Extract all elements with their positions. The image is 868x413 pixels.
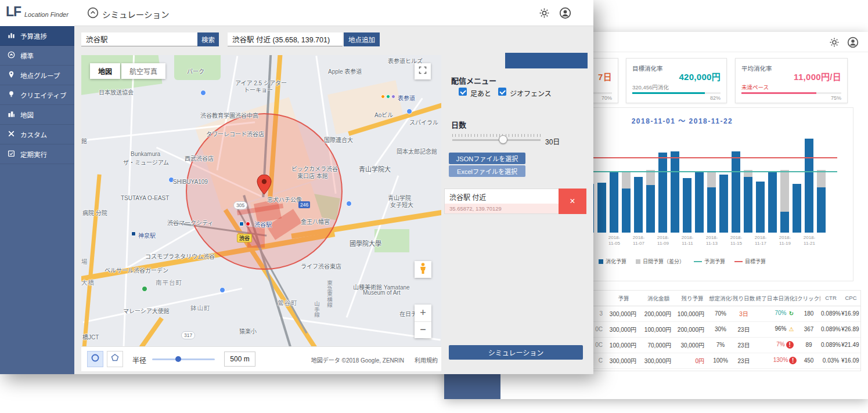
map-label: 忠犬ハチ公像 [267, 195, 302, 204]
sidebar-item-standard[interactable]: 標準 [0, 46, 74, 66]
map-label: 青山学院大 [359, 164, 391, 173]
chart-bar [683, 178, 691, 233]
chart-bar [707, 171, 716, 233]
zoom-in-button[interactable]: + [415, 305, 431, 322]
legend-label: 日間予算（差分） [643, 258, 685, 265]
map-label: 東急東横線 [325, 280, 333, 308]
account-person-icon[interactable] [847, 37, 859, 50]
settings-gear-icon[interactable] [829, 37, 840, 50]
days-slider[interactable] [452, 139, 541, 141]
cell-spent: 70,000円 [641, 337, 676, 353]
cell-cpc: ¥16.09 [841, 353, 860, 368]
map-label: 館 [81, 136, 87, 145]
map-type-satellite-button[interactable]: 航空写真 [121, 63, 165, 79]
cell-rate: 100% [709, 353, 732, 368]
chart-line-target [554, 157, 837, 158]
cell-rate: 7% [709, 337, 732, 353]
chart-bar [744, 170, 752, 233]
radius-value-field[interactable]: 500 m [224, 352, 255, 367]
content-area: 日本放送協会パークアイア 2.5 シアタートーキョーApple 表参道表参道ヒル… [74, 52, 593, 374]
polygon-draw-tool[interactable] [107, 351, 123, 367]
legend-item: 予測予算 [694, 258, 725, 265]
footprint-checkbox-label: 足あと [470, 88, 491, 98]
column-header: 終了日 [755, 291, 773, 306]
map-label: 山手線 [312, 301, 320, 318]
select-excel-file-button[interactable]: Excelファイルを選択 [449, 165, 525, 177]
pace-value: 70% [775, 310, 786, 316]
cell-budget: 300,000円 [606, 353, 641, 368]
keyword-input[interactable] [81, 32, 197, 46]
circle-draw-tool[interactable] [87, 351, 103, 367]
geofence-checkbox-label: ジオフェンス [510, 88, 552, 98]
pace-value: 96% [775, 325, 786, 332]
map-type-map-button[interactable]: 地図 [90, 63, 120, 79]
simulation-circle-icon [87, 7, 99, 21]
geofence-checkbox[interactable] [498, 88, 506, 96]
map-label: 南平台町 [156, 278, 182, 287]
select-json-file-button[interactable]: JSONファイルを選択 [449, 153, 525, 164]
location-list-item: 渋谷駅 付近 35.65872, 139.70129 × [444, 189, 586, 214]
cell-days-left: 23日 [732, 321, 755, 337]
sidebar-item-custom[interactable]: カスタム [0, 125, 74, 144]
settings-gear-icon[interactable] [539, 8, 550, 21]
circle-caret-icon [8, 51, 15, 60]
run-simulation-button[interactable]: シミュレーション [449, 345, 583, 360]
cell-days-left: 23日 [732, 353, 755, 368]
sidebar-item-location-group[interactable]: 地点グループ [0, 66, 74, 85]
chart-bar [768, 172, 777, 233]
column-header: 消化金額 [641, 291, 676, 306]
terms-link[interactable]: 利用規約 [415, 356, 438, 364]
delivery-menu-title: 配信メニュー [451, 75, 496, 86]
days-slider-handle[interactable] [499, 135, 507, 144]
column-header: 残り予算 [676, 291, 709, 306]
cell-clicks: 180 [797, 306, 820, 321]
legend-swatch-target [734, 261, 743, 262]
remove-location-button[interactable]: × [559, 189, 586, 214]
map-label: 鶯谷町 [278, 298, 298, 307]
map-label: 場 [81, 257, 88, 266]
map-label: 金王八幡宮 [301, 217, 330, 226]
cell-pace: 70%↻ [773, 306, 797, 321]
column-header: 想定消化率 [709, 291, 732, 306]
zoom-out-button[interactable]: − [415, 322, 431, 339]
chart-bar [597, 183, 606, 233]
pace-status-icon: ↻ [788, 310, 795, 317]
street-view-pegman-button[interactable] [415, 261, 431, 278]
map-label: 305 [233, 201, 247, 209]
map-canvas[interactable]: 日本放送協会パークアイア 2.5 シアタートーキョーApple 表参道表参道ヒル… [81, 55, 441, 371]
sidebar-item-creative[interactable]: クリエイティブ [0, 85, 74, 105]
map-label: パーク [187, 67, 204, 75]
cell-pace: 7%! [773, 337, 797, 353]
sidebar-item-label: 地図 [20, 110, 34, 119]
kpi-progress-bar [632, 92, 705, 94]
radius-slider[interactable] [152, 358, 215, 360]
sidebar-item-scheduled-run[interactable]: 定期実行 [0, 144, 74, 164]
cell-end-date [755, 321, 773, 337]
radius-label: 半径 [132, 355, 146, 365]
chart-bar [817, 170, 826, 233]
cell-budget: 300,000円 [606, 306, 641, 321]
selected-location-field[interactable] [228, 32, 343, 46]
kpi-subtext: 320,456円消化 [632, 83, 669, 91]
map-label: マレーシア大使館 [123, 306, 170, 315]
footprint-checkbox[interactable] [459, 88, 467, 96]
search-button[interactable]: 検索 [197, 32, 219, 46]
fullscreen-button[interactable] [415, 63, 431, 79]
chart-bar [732, 151, 740, 233]
cell-end-date [755, 337, 773, 353]
panel-top-clipped-button[interactable] [505, 53, 588, 68]
account-person-icon[interactable] [559, 7, 571, 21]
cell-clicks: 450 [797, 353, 820, 368]
cell-remaining: 0円 [676, 353, 709, 368]
add-location-button[interactable]: 地点追加 [344, 32, 380, 46]
chart-bar [695, 171, 704, 233]
map-label: 国際連合大 [324, 135, 353, 144]
radius-slider-handle[interactable] [175, 356, 181, 362]
legend-label: 消化予算 [606, 258, 626, 265]
map-label: Aoビル [374, 110, 393, 119]
search-row: 検索 地点追加 [74, 26, 593, 52]
sidebar-item-budget-progress[interactable]: 予算進捗 [0, 26, 74, 46]
map-pin-marker[interactable] [257, 175, 272, 197]
legend-item: 日間予算（差分） [636, 258, 685, 265]
sidebar-item-map[interactable]: 地図 [0, 105, 74, 125]
